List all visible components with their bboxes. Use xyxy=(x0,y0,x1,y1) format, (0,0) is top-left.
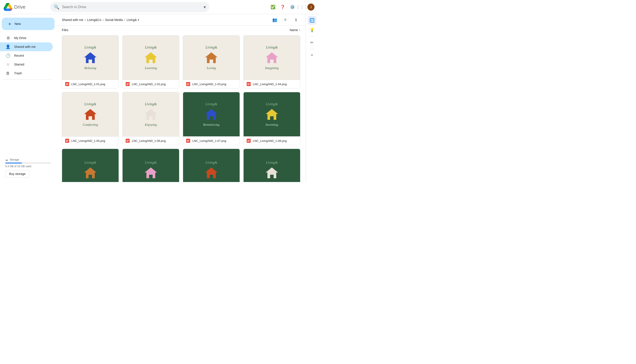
sidebar-item-label: Starred xyxy=(14,63,24,66)
file-card[interactable]: Living& Inventing LNC_LivingAND_1-08.png xyxy=(243,92,300,145)
storage-used-text: 5.4 GB of 15 GB used xyxy=(5,165,51,168)
file-card[interactable]: Living& LNC_LivingAND_1-11.png xyxy=(183,149,240,182)
file-card[interactable]: Living& LNC_LivingAND_1-12.png xyxy=(243,149,300,182)
info-icon[interactable]: ℹ xyxy=(291,16,300,24)
svg-rect-87 xyxy=(311,20,313,20)
files-label: Files xyxy=(62,28,69,32)
svg-rect-46 xyxy=(187,140,189,140)
file-theme: Imagining xyxy=(265,66,279,70)
file-theme: Loving xyxy=(207,66,216,70)
file-type-icon xyxy=(126,139,130,143)
recent-icon: 🕐 xyxy=(5,53,11,58)
file-thumbnail: Living& xyxy=(244,149,300,182)
sidebar-item-starred[interactable]: ☆ Starred xyxy=(0,60,53,69)
file-card[interactable]: Living& Relaxing LNC_LivingAND_1-01.png xyxy=(62,35,119,88)
file-thumbnail: Living& Inventing xyxy=(244,92,300,136)
shared-icon: 👤 xyxy=(5,44,11,49)
avatar[interactable]: J xyxy=(307,4,314,10)
sidebar-item-label: Shared with me xyxy=(14,45,36,48)
svg-rect-54 xyxy=(247,141,250,141)
file-card[interactable]: Living& LNC_LivingAND_1-10.png xyxy=(122,149,179,182)
svg-rect-11 xyxy=(126,84,129,84)
file-card[interactable]: Living& LNC_LivingAND_1-09.png xyxy=(62,149,119,182)
file-brand: Living& xyxy=(205,160,217,164)
file-brand: Living& xyxy=(266,46,277,50)
file-thumbnail: Living& xyxy=(123,149,179,182)
right-panel-add-icon[interactable]: + xyxy=(308,51,316,60)
sidebar-item-recent[interactable]: 🕐 Recent xyxy=(0,51,53,60)
svg-marker-56 xyxy=(84,168,97,172)
logo-text: Drive xyxy=(14,4,26,10)
file-card[interactable]: Living& Enjoying LNC_LivingAND_1-06.png xyxy=(122,92,179,145)
file-type-icon xyxy=(65,139,69,143)
right-panel-edit-icon[interactable]: ✏ xyxy=(308,38,316,47)
file-brand: Living& xyxy=(145,102,157,106)
file-name: LNC_LivingAND_1-05.png xyxy=(71,139,105,142)
file-theme: Comforting xyxy=(83,123,98,127)
breadcrumb-shared[interactable]: Shared with me xyxy=(62,18,83,22)
svg-marker-42 xyxy=(205,109,217,114)
file-card[interactable]: Living& Imagining LNC_LivingAND_1-04.png xyxy=(243,35,300,88)
sort-button[interactable]: Name ↑ xyxy=(290,28,300,32)
file-brand: Living& xyxy=(84,46,96,50)
svg-rect-5 xyxy=(66,84,69,84)
right-panel-sheets-icon[interactable] xyxy=(308,16,316,25)
file-brand: Living& xyxy=(145,160,157,164)
help-icon[interactable]: ❓ xyxy=(278,3,287,12)
sort-label: Name xyxy=(290,28,298,32)
svg-rect-44 xyxy=(210,116,213,120)
right-panel-divider-2 xyxy=(309,49,315,49)
help-done-icon[interactable]: ✅ xyxy=(268,3,277,12)
list-view-icon[interactable]: ≡ xyxy=(281,16,290,24)
svg-rect-20 xyxy=(187,85,189,85)
svg-rect-51 xyxy=(270,116,274,120)
breadcrumb-right: 👥 ≡ ℹ xyxy=(270,16,300,24)
file-card[interactable]: Living& Learning LNC_LivingAND_1-02.png xyxy=(122,35,179,88)
svg-rect-30 xyxy=(89,116,92,120)
file-theme: Inventing xyxy=(266,123,278,127)
file-type-icon xyxy=(186,82,190,86)
drive-logo-icon xyxy=(4,3,12,11)
settings-icon[interactable]: ⚙️ xyxy=(288,3,297,12)
breadcrumb-current-label: Living& xyxy=(127,18,137,22)
sidebar-item-trash[interactable]: 🗑 Trash xyxy=(0,69,53,78)
file-thumbnail: Living& Relaxing xyxy=(62,36,119,80)
new-button[interactable]: ＋ New xyxy=(2,18,55,30)
breadcrumb-living-co[interactable]: Living&Co xyxy=(87,18,101,22)
svg-marker-63 xyxy=(145,168,157,172)
new-button-label: New xyxy=(15,22,21,26)
svg-rect-40 xyxy=(126,141,129,141)
buy-storage-button[interactable]: Buy storage xyxy=(5,170,29,178)
file-brand: Living& xyxy=(266,160,277,164)
file-thumbnail: Living& xyxy=(62,149,119,182)
share-icon[interactable]: 👥 xyxy=(270,16,279,24)
sidebar-item-shared[interactable]: 👤 Shared with me xyxy=(0,42,53,51)
breadcrumb-dropdown-icon[interactable]: ▾ xyxy=(138,18,139,22)
apps-icon[interactable]: ⋮⋮⋮ xyxy=(298,3,306,12)
svg-rect-37 xyxy=(149,116,153,120)
breadcrumb-sep-1: › xyxy=(85,18,86,22)
search-input[interactable] xyxy=(62,5,201,9)
sidebar-item-my-drive[interactable]: 🖥 My Drive xyxy=(0,34,53,42)
storage-bar-bg xyxy=(5,162,51,164)
file-thumbnail: Living& Learning xyxy=(123,36,179,80)
breadcrumb-sep-2: › xyxy=(103,18,104,22)
file-thumbnail: Living& xyxy=(183,149,240,182)
svg-rect-47 xyxy=(187,141,189,141)
svg-marker-77 xyxy=(266,168,278,172)
file-card[interactable]: Living& Comforting LNC_LivingAND_1-05.pn… xyxy=(62,92,119,145)
file-card[interactable]: Living& Loving LNC_LivingAND_1-03.png xyxy=(183,35,240,88)
search-dropdown-icon[interactable]: ▾ xyxy=(204,4,206,10)
file-info: LNC_LivingAND_1-07.png xyxy=(183,136,240,145)
file-name: LNC_LivingAND_1-07.png xyxy=(192,139,226,142)
svg-rect-53 xyxy=(247,140,250,140)
file-type-icon xyxy=(126,82,130,86)
content-area: Files Name ↑ Living& Relaxing xyxy=(57,26,306,182)
file-card[interactable]: Living& Reminiscing LNC_LivingAND_1-07.p… xyxy=(183,92,240,145)
svg-marker-49 xyxy=(266,109,278,114)
right-panel: 💡 ✏ + xyxy=(306,14,318,182)
right-panel-keep-icon[interactable]: 💡 xyxy=(308,26,316,34)
breadcrumb-social-media[interactable]: Social Media xyxy=(105,18,123,22)
breadcrumb-bar: Shared with me › Living&Co › Social Medi… xyxy=(57,14,306,26)
svg-rect-16 xyxy=(210,60,213,63)
